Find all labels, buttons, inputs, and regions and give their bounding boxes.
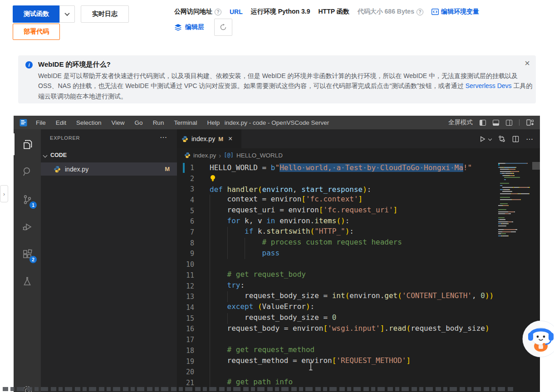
url-link[interactable]: URL (230, 8, 243, 15)
code-line[interactable]: 4context = environ['fc.context'] (177, 195, 540, 206)
editor-actions: ⋯ (479, 129, 540, 148)
line-number: 10 (177, 260, 210, 269)
menu-terminal[interactable]: Terminal (169, 119, 202, 126)
search-icon[interactable] (14, 161, 41, 182)
line-number: 13 (177, 293, 210, 301)
code-line[interactable]: 20 (177, 367, 540, 377)
line-number: 3 (177, 185, 210, 193)
chevron-down-icon (64, 11, 69, 16)
folder-code-row[interactable]: CODE (41, 149, 177, 161)
menu-view[interactable]: View (107, 119, 130, 126)
code-line[interactable]: 10 (177, 259, 540, 270)
test-function-button[interactable]: 测试函数 (13, 5, 60, 23)
code-line[interactable]: 13request_body_size = int(environ.get('C… (177, 291, 540, 302)
line-number: 4 (177, 196, 210, 204)
menu-file[interactable]: File (31, 119, 51, 126)
toggle-secondary-sidebar-icon[interactable] (506, 120, 512, 126)
more-actions-icon[interactable]: ⋯ (526, 135, 534, 143)
tab-modified-badge: M (218, 136, 223, 142)
code-line[interactable]: 17 (177, 334, 540, 345)
code-line[interactable]: 3def handler(environ, start_response): (177, 184, 540, 195)
extensions-badge: 2 (29, 256, 37, 263)
line-number: 6 (177, 217, 210, 225)
split-editor-icon[interactable] (512, 136, 519, 142)
vscode-window: index.py - code - OpenVSCode Server File… (14, 116, 540, 392)
toggle-panel-icon[interactable] (493, 120, 499, 126)
close-icon[interactable]: × (228, 135, 232, 142)
code-line[interactable]: 18# get request_method (177, 345, 540, 356)
edit-layer-link[interactable]: 编辑层 (185, 23, 204, 31)
code-size-label: 代码大小 686 Bytes (358, 8, 414, 16)
serverless-devs-link[interactable]: Serverless Devs (466, 82, 512, 89)
explorer-icon[interactable] (14, 133, 41, 155)
clipped-tooltip-text (3, 387, 515, 391)
line-number: 18 (177, 347, 210, 355)
fullscreen-mode-label[interactable]: 全屏模式 (448, 118, 473, 127)
page: { "toolbar": { "test_button": "测试函数", "l… (0, 0, 554, 392)
menu-selection[interactable]: Selection (71, 119, 107, 126)
realtime-logs-button[interactable]: 实时日志 (81, 5, 129, 23)
help-icon[interactable]: ? (215, 9, 221, 15)
close-icon[interactable]: × (525, 59, 530, 68)
code-line[interactable]: 5request_uri = environ['fc.request_uri'] (177, 206, 540, 216)
function-meta-row: 公网访问地址? URL 运行环境 Python 3.9 HTTP 函数 代码大小… (174, 7, 479, 17)
menu-run[interactable]: Run (148, 119, 169, 126)
webide-info-banner: i WebIDE 的环境是什么? WebIDE 是可以帮助开发者快速进行代码测试… (18, 55, 536, 103)
code-line[interactable]: 1HELLO_WORLD = b"Hello·world,·a·Test·by·… (177, 162, 540, 173)
code-line[interactable]: 14except (ValueError): (177, 302, 540, 313)
testing-icon[interactable] (14, 270, 41, 292)
code-line[interactable]: 2 (177, 173, 540, 184)
tab-indexpy[interactable]: index.py M × (177, 129, 241, 148)
more-actions-icon[interactable]: ⋯ (160, 133, 167, 142)
tab-label: index.py (191, 135, 215, 142)
line-number: 17 (177, 336, 210, 344)
code-line[interactable]: 9pass (177, 249, 540, 260)
lightbulb-icon[interactable] (210, 175, 216, 182)
help-icon[interactable]: ? (417, 9, 423, 15)
line-number: 21 (177, 379, 210, 387)
code-line[interactable]: 19request_method = environ['REQUEST_METH… (177, 356, 540, 367)
customer-service-chatbot[interactable] (522, 320, 554, 358)
breadcrumbs: index.py › [@] HELLO_WORLD (177, 148, 540, 162)
menu-help[interactable]: Help (202, 119, 225, 126)
refresh-button[interactable] (214, 19, 232, 36)
breadcrumb-symbol[interactable]: HELLO_WORLD (236, 152, 283, 159)
tab-bar: index.py M × ⋯ (177, 129, 540, 148)
edit-env-vars-link[interactable]: 编辑环境变量 (431, 8, 479, 16)
breadcrumb-file[interactable]: index.py (193, 152, 216, 159)
line-number: 9 (177, 250, 210, 258)
test-function-dropdown-button[interactable] (59, 5, 75, 23)
code-line[interactable]: 16request_body = environ['wsgi.input'].r… (177, 324, 540, 335)
code-line[interactable]: 8# process custom request headers (177, 238, 540, 249)
code-line[interactable]: 11# get request_body (177, 270, 540, 281)
code-line[interactable]: 7if k.startswith("HTTP_"): (177, 227, 540, 238)
code-line[interactable]: 12try: (177, 281, 540, 292)
line-number: 16 (177, 325, 210, 333)
source-control-icon[interactable]: 1 (14, 189, 41, 211)
run-debug-icon[interactable] (14, 216, 41, 238)
run-dropdown-icon[interactable] (488, 137, 492, 141)
customize-layout-icon[interactable] (526, 119, 534, 126)
refresh-icon (220, 24, 227, 31)
menu-go[interactable]: Go (130, 119, 148, 126)
toggle-sidebar-icon[interactable] (480, 120, 486, 126)
code-line[interactable]: 15request_body_size = 0 (177, 313, 540, 324)
menu-edit[interactable]: Edit (51, 119, 71, 126)
line-number: 7 (177, 228, 210, 236)
panel-expander-button[interactable]: › (0, 185, 8, 202)
line-number: 14 (177, 304, 210, 312)
open-changes-icon[interactable] (498, 135, 505, 142)
edit-layer-row: 编辑层 (174, 23, 204, 32)
extensions-icon[interactable]: 2 (14, 243, 41, 265)
code-editor[interactable]: 1HELLO_WORLD = b"Hello·world,·a·Test·by·… (177, 162, 540, 392)
layers-icon (174, 24, 182, 31)
activity-bar: 1 2 (14, 129, 41, 392)
menu-bar: FileEditSelectionViewGoRunTerminalHelp (31, 119, 225, 126)
code-line[interactable]: 6for k, v in environ.items(): (177, 216, 540, 227)
chevron-down-icon (43, 153, 48, 157)
minimap-modified-marker (498, 164, 500, 166)
deploy-code-button[interactable]: 部署代码 (13, 24, 60, 40)
runtime-label: 运行环境 Python 3.9 (251, 8, 310, 16)
run-icon[interactable] (479, 136, 486, 142)
file-row-indexpy[interactable]: index.py M (41, 162, 177, 176)
